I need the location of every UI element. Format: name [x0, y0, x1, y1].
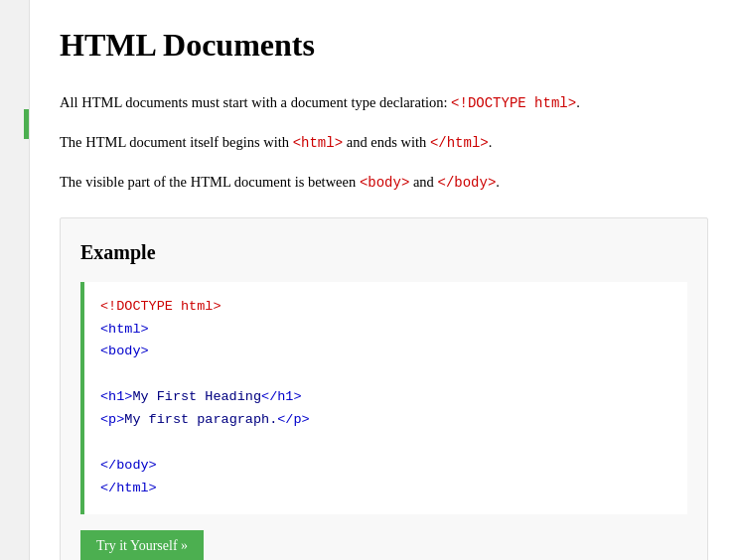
desc2-middle: and ends with [343, 134, 430, 150]
example-title: Example [80, 236, 687, 268]
code-line-6: <p>My first paragraph.</p> [100, 409, 671, 432]
desc3-after: . [496, 174, 500, 190]
desc1-before: All HTML documents must start with a doc… [60, 94, 451, 110]
page-title: HTML Documents [60, 20, 708, 70]
desc2-code1: <html> [293, 135, 343, 151]
code-line-4 [100, 363, 671, 386]
desc2-code2: </html> [430, 135, 489, 151]
p-close-tag: </p> [277, 412, 309, 427]
h1-close-tag: </h1> [261, 389, 302, 404]
h1-open-tag: <h1> [100, 389, 132, 404]
h1-content: My First Heading [132, 389, 261, 404]
code-block: <!DOCTYPE html> <html> <body> <h1>My Fir… [80, 282, 687, 514]
code-line-7 [100, 432, 671, 455]
try-it-yourself-button[interactable]: Try it Yourself » [80, 530, 204, 560]
p-content: My first paragraph. [124, 412, 277, 427]
desc3-before: The visible part of the HTML document is… [60, 174, 360, 190]
doctype-tag: <!DOCTYPE html> [100, 299, 221, 314]
desc3-code1: <body> [360, 175, 409, 191]
left-sidebar [0, 0, 30, 560]
main-content: HTML Documents All HTML documents must s… [30, 0, 738, 560]
description-paragraph-2: The HTML document itself begins with <ht… [60, 130, 708, 156]
desc2-after: . [489, 134, 493, 150]
code-line-8: </body> [100, 455, 671, 478]
code-line-3: <body> [100, 341, 671, 363]
code-line-5: <h1>My First Heading</h1> [100, 386, 671, 409]
code-line-9: </html> [100, 478, 671, 500]
body-close-tag: </body> [100, 458, 157, 473]
desc3-middle: and [409, 174, 437, 190]
code-line-1: <!DOCTYPE html> [100, 296, 671, 319]
example-box: Example <!DOCTYPE html> <html> <body> <h… [60, 217, 708, 560]
description-paragraph-3: The visible part of the HTML document is… [60, 170, 708, 196]
page-wrapper: HTML Documents All HTML documents must s… [0, 0, 738, 560]
description-paragraph-1: All HTML documents must start with a doc… [60, 90, 708, 116]
html-close-tag: </html> [100, 481, 157, 495]
body-open-tag: <body> [100, 344, 149, 358]
code-line-2: <html> [100, 319, 671, 342]
desc1-code: <!DOCTYPE html> [451, 95, 576, 111]
html-open-tag: <html> [100, 322, 149, 337]
sidebar-accent [24, 109, 29, 139]
desc2-before: The HTML document itself begins with [60, 134, 293, 150]
desc1-after: . [576, 94, 580, 110]
desc3-code2: </body> [437, 175, 496, 191]
p-open-tag: <p> [100, 412, 124, 427]
